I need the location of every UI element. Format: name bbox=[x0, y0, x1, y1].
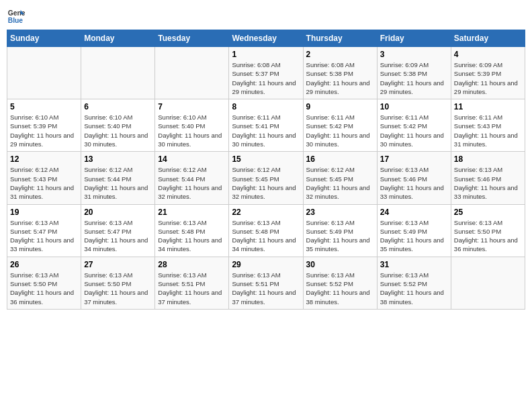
day-info: Sunrise: 6:11 AMSunset: 5:43 PMDaylight:… bbox=[454, 113, 522, 148]
day-number: 29 bbox=[232, 260, 300, 269]
day-number: 6 bbox=[84, 102, 152, 111]
calendar-cell: 19Sunrise: 6:13 AMSunset: 5:47 PMDayligh… bbox=[7, 204, 81, 257]
day-info: Sunrise: 6:13 AMSunset: 5:48 PMDaylight:… bbox=[232, 218, 300, 254]
weekday-header-friday: Friday bbox=[377, 30, 451, 47]
logo-icon: General Blue bbox=[7, 7, 26, 26]
calendar-cell: 25Sunrise: 6:13 AMSunset: 5:50 PMDayligh… bbox=[451, 204, 525, 257]
calendar-header: SundayMondayTuesdayWednesdayThursdayFrid… bbox=[7, 30, 525, 47]
calendar-cell: 27Sunrise: 6:13 AMSunset: 5:50 PMDayligh… bbox=[81, 257, 155, 309]
logo: General Blue bbox=[7, 7, 26, 26]
day-info: Sunrise: 6:12 AMSunset: 5:44 PMDaylight:… bbox=[158, 165, 226, 201]
day-number: 21 bbox=[158, 208, 226, 217]
day-info: Sunrise: 6:11 AMSunset: 5:42 PMDaylight:… bbox=[380, 113, 448, 148]
calendar-cell: 12Sunrise: 6:12 AMSunset: 5:43 PMDayligh… bbox=[7, 152, 81, 204]
calendar-cell: 3Sunrise: 6:09 AMSunset: 5:38 PMDaylight… bbox=[377, 47, 451, 99]
calendar-cell: 2Sunrise: 6:08 AMSunset: 5:38 PMDaylight… bbox=[303, 47, 377, 99]
calendar-body: 1Sunrise: 6:08 AMSunset: 5:37 PMDaylight… bbox=[7, 47, 525, 310]
weekday-header-thursday: Thursday bbox=[303, 30, 377, 47]
day-number: 3 bbox=[380, 50, 448, 59]
calendar-cell: 21Sunrise: 6:13 AMSunset: 5:48 PMDayligh… bbox=[155, 204, 229, 257]
day-info: Sunrise: 6:10 AMSunset: 5:39 PMDaylight:… bbox=[10, 113, 78, 148]
week-row-3: 12Sunrise: 6:12 AMSunset: 5:43 PMDayligh… bbox=[7, 152, 525, 204]
calendar-cell: 31Sunrise: 6:13 AMSunset: 5:52 PMDayligh… bbox=[377, 257, 451, 309]
day-info: Sunrise: 6:08 AMSunset: 5:37 PMDaylight:… bbox=[232, 60, 300, 96]
day-info: Sunrise: 6:13 AMSunset: 5:51 PMDaylight:… bbox=[232, 271, 300, 306]
week-row-2: 5Sunrise: 6:10 AMSunset: 5:39 PMDaylight… bbox=[7, 99, 525, 152]
day-info: Sunrise: 6:13 AMSunset: 5:47 PMDaylight:… bbox=[10, 218, 78, 254]
calendar-cell: 11Sunrise: 6:11 AMSunset: 5:43 PMDayligh… bbox=[451, 99, 525, 152]
day-info: Sunrise: 6:11 AMSunset: 5:41 PMDaylight:… bbox=[232, 113, 300, 148]
calendar-cell: 23Sunrise: 6:13 AMSunset: 5:49 PMDayligh… bbox=[303, 204, 377, 257]
calendar-cell: 6Sunrise: 6:10 AMSunset: 5:40 PMDaylight… bbox=[81, 99, 155, 152]
week-row-1: 1Sunrise: 6:08 AMSunset: 5:37 PMDaylight… bbox=[7, 47, 525, 99]
day-info: Sunrise: 6:12 AMSunset: 5:44 PMDaylight:… bbox=[84, 165, 152, 201]
day-info: Sunrise: 6:08 AMSunset: 5:38 PMDaylight:… bbox=[306, 60, 374, 96]
svg-text:Blue: Blue bbox=[8, 17, 24, 24]
day-info: Sunrise: 6:13 AMSunset: 5:52 PMDaylight:… bbox=[306, 271, 374, 306]
day-info: Sunrise: 6:09 AMSunset: 5:39 PMDaylight:… bbox=[454, 60, 522, 96]
calendar-cell bbox=[7, 47, 81, 99]
day-info: Sunrise: 6:10 AMSunset: 5:40 PMDaylight:… bbox=[158, 113, 226, 148]
weekday-header-saturday: Saturday bbox=[451, 30, 525, 47]
calendar-cell: 1Sunrise: 6:08 AMSunset: 5:37 PMDaylight… bbox=[229, 47, 303, 99]
calendar-cell: 14Sunrise: 6:12 AMSunset: 5:44 PMDayligh… bbox=[155, 152, 229, 204]
calendar-table: SundayMondayTuesdayWednesdayThursdayFrid… bbox=[7, 30, 525, 310]
weekday-header-tuesday: Tuesday bbox=[155, 30, 229, 47]
day-number: 28 bbox=[158, 260, 226, 269]
calendar-cell: 9Sunrise: 6:11 AMSunset: 5:42 PMDaylight… bbox=[303, 99, 377, 152]
day-number: 4 bbox=[454, 50, 522, 59]
day-info: Sunrise: 6:09 AMSunset: 5:38 PMDaylight:… bbox=[380, 60, 448, 96]
weekday-header-sunday: Sunday bbox=[7, 30, 81, 47]
calendar-cell: 15Sunrise: 6:12 AMSunset: 5:45 PMDayligh… bbox=[229, 152, 303, 204]
day-info: Sunrise: 6:13 AMSunset: 5:46 PMDaylight:… bbox=[454, 165, 522, 201]
calendar-cell: 18Sunrise: 6:13 AMSunset: 5:46 PMDayligh… bbox=[451, 152, 525, 204]
calendar-cell: 16Sunrise: 6:12 AMSunset: 5:45 PMDayligh… bbox=[303, 152, 377, 204]
calendar-cell: 22Sunrise: 6:13 AMSunset: 5:48 PMDayligh… bbox=[229, 204, 303, 257]
day-number: 20 bbox=[84, 208, 152, 217]
day-number: 26 bbox=[10, 260, 78, 269]
calendar-cell: 4Sunrise: 6:09 AMSunset: 5:39 PMDaylight… bbox=[451, 47, 525, 99]
day-number: 1 bbox=[232, 50, 300, 59]
day-info: Sunrise: 6:13 AMSunset: 5:46 PMDaylight:… bbox=[380, 165, 448, 201]
header: General Blue bbox=[7, 7, 525, 26]
day-info: Sunrise: 6:13 AMSunset: 5:50 PMDaylight:… bbox=[84, 271, 152, 306]
weekday-header-wednesday: Wednesday bbox=[229, 30, 303, 47]
day-info: Sunrise: 6:11 AMSunset: 5:42 PMDaylight:… bbox=[306, 113, 374, 148]
day-number: 7 bbox=[158, 102, 226, 111]
calendar-cell: 20Sunrise: 6:13 AMSunset: 5:47 PMDayligh… bbox=[81, 204, 155, 257]
day-info: Sunrise: 6:12 AMSunset: 5:45 PMDaylight:… bbox=[306, 165, 374, 201]
calendar-cell: 26Sunrise: 6:13 AMSunset: 5:50 PMDayligh… bbox=[7, 257, 81, 309]
day-number: 11 bbox=[454, 102, 522, 111]
day-info: Sunrise: 6:13 AMSunset: 5:50 PMDaylight:… bbox=[10, 271, 78, 306]
day-number: 14 bbox=[158, 154, 226, 164]
week-row-5: 26Sunrise: 6:13 AMSunset: 5:50 PMDayligh… bbox=[7, 257, 525, 309]
day-info: Sunrise: 6:13 AMSunset: 5:47 PMDaylight:… bbox=[84, 218, 152, 254]
day-number: 15 bbox=[232, 154, 300, 164]
day-number: 27 bbox=[84, 260, 152, 269]
day-info: Sunrise: 6:13 AMSunset: 5:49 PMDaylight:… bbox=[306, 218, 374, 254]
calendar-cell: 5Sunrise: 6:10 AMSunset: 5:39 PMDaylight… bbox=[7, 99, 81, 152]
day-number: 12 bbox=[10, 154, 78, 164]
weekday-header-monday: Monday bbox=[81, 30, 155, 47]
day-number: 25 bbox=[454, 208, 522, 217]
day-info: Sunrise: 6:13 AMSunset: 5:52 PMDaylight:… bbox=[380, 271, 448, 306]
day-info: Sunrise: 6:13 AMSunset: 5:49 PMDaylight:… bbox=[380, 218, 448, 254]
calendar-cell bbox=[451, 257, 525, 309]
calendar-cell: 13Sunrise: 6:12 AMSunset: 5:44 PMDayligh… bbox=[81, 152, 155, 204]
day-number: 23 bbox=[306, 208, 374, 217]
day-number: 5 bbox=[10, 102, 78, 111]
day-number: 30 bbox=[306, 260, 374, 269]
day-info: Sunrise: 6:13 AMSunset: 5:48 PMDaylight:… bbox=[158, 218, 226, 254]
calendar-cell: 28Sunrise: 6:13 AMSunset: 5:51 PMDayligh… bbox=[155, 257, 229, 309]
day-number: 18 bbox=[454, 154, 522, 164]
day-number: 9 bbox=[306, 102, 374, 111]
calendar-cell: 24Sunrise: 6:13 AMSunset: 5:49 PMDayligh… bbox=[377, 204, 451, 257]
day-number: 10 bbox=[380, 102, 448, 111]
day-number: 17 bbox=[380, 154, 448, 164]
day-number: 19 bbox=[10, 208, 78, 217]
day-info: Sunrise: 6:13 AMSunset: 5:50 PMDaylight:… bbox=[454, 218, 522, 254]
calendar-cell: 10Sunrise: 6:11 AMSunset: 5:42 PMDayligh… bbox=[377, 99, 451, 152]
calendar-cell: 30Sunrise: 6:13 AMSunset: 5:52 PMDayligh… bbox=[303, 257, 377, 309]
day-info: Sunrise: 6:13 AMSunset: 5:51 PMDaylight:… bbox=[158, 271, 226, 306]
day-number: 16 bbox=[306, 154, 374, 164]
